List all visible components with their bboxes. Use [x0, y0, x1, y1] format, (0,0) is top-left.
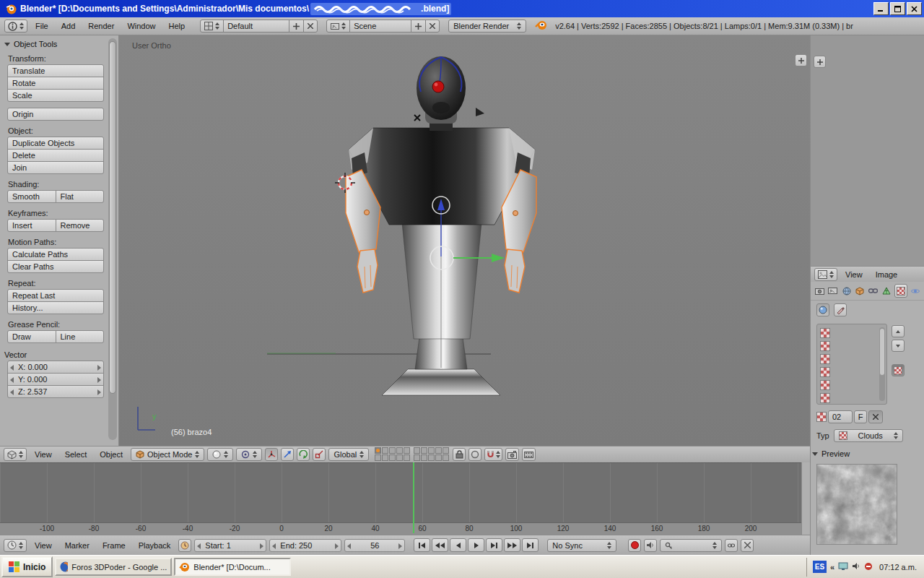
maximize-button[interactable]: [890, 2, 905, 15]
layer-toggle[interactable]: [435, 447, 442, 454]
menu-render[interactable]: Render: [83, 22, 119, 30]
jump-to-start-button[interactable]: [414, 538, 430, 552]
menu-view[interactable]: View: [30, 450, 57, 459]
layer-toggle[interactable]: [414, 454, 420, 461]
render-engine-dropdown[interactable]: Blender Render: [448, 20, 526, 33]
duplicate-objects-button[interactable]: Duplicate Objects: [7, 137, 104, 150]
keying-set-dropdown[interactable]: [660, 539, 722, 552]
layer-toggle[interactable]: [404, 447, 410, 454]
play-reverse-button[interactable]: [450, 538, 466, 552]
layer-toggle[interactable]: [404, 454, 410, 461]
texture-slot-item[interactable]: [820, 392, 884, 405]
transform-orientation-dropdown[interactable]: Global: [328, 448, 369, 461]
window-titlebar[interactable]: Blender* [D:\Documents and Settings\Admi…: [0, 0, 924, 17]
timeline-frame-numbers[interactable]: -100 -80 -60 -40 -20 0 20 40 60 80 100 1…: [0, 522, 801, 535]
vector-panel-header[interactable]: Vector: [4, 350, 104, 359]
start-frame-slider[interactable]: Start: 1: [194, 539, 266, 552]
layer-toggle[interactable]: [443, 447, 449, 454]
fake-user-button[interactable]: F: [854, 410, 867, 423]
menu-add[interactable]: Add: [56, 22, 81, 30]
start-button[interactable]: Inicio: [1, 556, 53, 577]
rotate-manipulator-button[interactable]: [297, 448, 310, 461]
texture-slot-item[interactable]: [820, 340, 884, 353]
auto-keyframe-record-button[interactable]: [628, 539, 641, 552]
vector-y-slider[interactable]: Y: 0.000: [7, 373, 104, 386]
tool-shelf-scrollbar[interactable]: [108, 38, 117, 440]
scene-name-field[interactable]: Scene: [349, 20, 411, 33]
end-frame-slider[interactable]: End: 250: [269, 539, 341, 552]
layer-toggle[interactable]: [389, 447, 396, 454]
next-frame-button[interactable]: [486, 538, 502, 552]
close-button[interactable]: [907, 2, 922, 15]
physics-tab-icon[interactable]: [909, 285, 921, 297]
editor-type-image-button[interactable]: [814, 268, 837, 281]
editor-type-3dview-button[interactable]: [4, 448, 27, 461]
translate-button[interactable]: Translate: [7, 64, 104, 77]
expand-region-plus-icon[interactable]: [795, 54, 807, 66]
texture-tab-icon[interactable]: [894, 284, 908, 298]
prev-keyframe-button[interactable]: [432, 538, 448, 552]
texture-slot-item[interactable]: [820, 327, 884, 340]
layer-toggle[interactable]: [375, 447, 381, 454]
vector-z-slider[interactable]: Z: 2.537: [7, 385, 104, 398]
menu-select[interactable]: Select: [60, 450, 92, 459]
shading-dropdown[interactable]: [207, 448, 233, 461]
texture-slot-item[interactable]: [820, 353, 884, 366]
origin-button[interactable]: Origin: [7, 108, 104, 121]
layer-toggle[interactable]: [428, 447, 435, 454]
scale-manipulator-button[interactable]: [313, 448, 326, 461]
texture-context-material-icon[interactable]: [816, 303, 829, 316]
texture-slot-item[interactable]: [820, 379, 884, 392]
language-indicator[interactable]: ES: [813, 561, 827, 573]
texture-browse-button[interactable]: [892, 364, 905, 376]
history-button[interactable]: History...: [7, 301, 104, 314]
layer-toggle[interactable]: [421, 447, 427, 454]
layer-toggle[interactable]: [375, 454, 381, 461]
delete-button[interactable]: Delete: [7, 149, 104, 162]
constraints-tab-icon[interactable]: [868, 285, 880, 297]
layer-toggle[interactable]: [396, 454, 403, 461]
timeline-track-area[interactable]: [0, 462, 801, 522]
menu-view-timeline[interactable]: View: [30, 541, 57, 550]
preview-range-button[interactable]: [178, 539, 191, 552]
delete-scene-button[interactable]: [425, 20, 440, 33]
repeat-last-button[interactable]: Repeat Last: [7, 289, 104, 302]
taskbar-clock[interactable]: 07:12 a.m.: [879, 563, 917, 571]
mode-dropdown[interactable]: Object Mode: [131, 448, 204, 461]
grease-line-button[interactable]: Line: [56, 330, 105, 343]
layer-toggle[interactable]: [389, 454, 396, 461]
layer-toggle[interactable]: [396, 447, 403, 454]
insert-keyframe-button[interactable]: Insert: [7, 219, 56, 232]
sync-mode-dropdown[interactable]: No Sync: [547, 539, 616, 552]
menu-help[interactable]: Help: [164, 22, 191, 30]
texture-slot-list[interactable]: [816, 324, 887, 405]
lock-to-scene-button[interactable]: [453, 448, 466, 461]
antivirus-tray-icon[interactable]: [864, 562, 873, 572]
clear-paths-button[interactable]: Clear Paths: [7, 260, 104, 273]
menu-file[interactable]: File: [30, 22, 53, 30]
manipulator-toggle-button[interactable]: [265, 448, 278, 461]
layer-toggle[interactable]: [382, 447, 388, 454]
menu-object[interactable]: Object: [95, 450, 128, 459]
menu-playback[interactable]: Playback: [134, 541, 176, 550]
texture-type-dropdown[interactable]: Clouds: [834, 429, 903, 442]
play-button[interactable]: [468, 538, 484, 552]
render-opengl-anim-button[interactable]: [522, 448, 536, 461]
menu-window[interactable]: Window: [122, 22, 160, 30]
volume-tray-icon[interactable]: [852, 562, 860, 571]
texture-list-scrollbar[interactable]: [879, 327, 885, 401]
pivot-dropdown[interactable]: [236, 448, 262, 461]
delete-keyframe-icon-button[interactable]: [741, 539, 754, 552]
menu-image[interactable]: Image: [871, 270, 903, 279]
translate-manipulator-button[interactable]: [281, 448, 294, 461]
minimize-button[interactable]: [873, 2, 889, 15]
tray-overflow-chevron[interactable]: «: [830, 563, 834, 571]
unlink-texture-button[interactable]: [868, 410, 883, 423]
shade-flat-button[interactable]: Flat: [56, 190, 105, 203]
shade-smooth-button[interactable]: Smooth: [7, 190, 56, 203]
menu-view-image-editor[interactable]: View: [840, 270, 868, 279]
screen-layout-browse-button[interactable]: [200, 20, 224, 33]
layer-toggle[interactable]: [382, 454, 388, 461]
menu-marker[interactable]: Marker: [60, 541, 95, 550]
snap-button[interactable]: [484, 448, 502, 461]
